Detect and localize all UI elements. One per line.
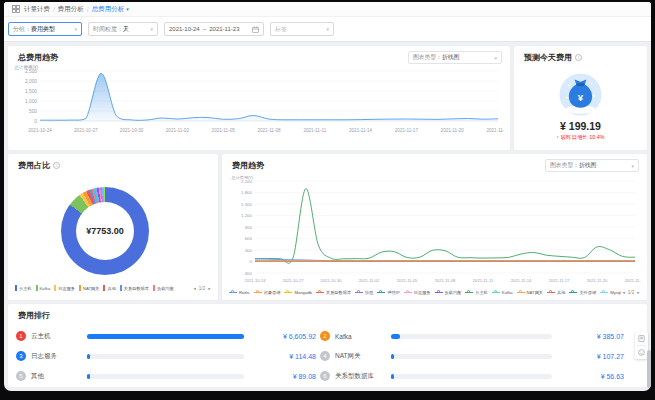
prev-page-icon[interactable]: ◂: [622, 290, 624, 295]
svg-text:1,800: 1,800: [241, 190, 253, 195]
tag-filter-placeholder: 标签: [275, 25, 287, 34]
page-indicator: 1/2: [628, 290, 634, 295]
rank-badge: 2: [320, 331, 330, 341]
ranking-item-NAT网关: 4NAT网关¥ 107.27: [320, 346, 624, 366]
svg-text:2021-10-27: 2021-10-27: [74, 128, 98, 133]
survey-icon[interactable]: [637, 334, 646, 343]
next-page-icon[interactable]: ▸: [637, 290, 639, 295]
money-bag-icon: ¥: [558, 72, 603, 117]
rank-bar: [87, 374, 244, 379]
svg-text:2021-11-11: 2021-11-11: [303, 128, 326, 133]
legend-item-云主机[interactable]: 云主机: [465, 290, 488, 295]
svg-text:900: 900: [245, 225, 253, 230]
rank-value: ¥ 107.27: [562, 353, 624, 360]
ranking-column-right: 2Kafka¥ 385.074NAT网关¥ 107.276关系型数据库¥ 56.…: [320, 326, 624, 386]
total-cost-trend-card: 总费用趋势 图表类型： 折线图 ▾ 05001,0001,5002,0002,5…: [8, 46, 510, 150]
rank-value: ¥ 89.08: [254, 373, 316, 380]
legend-pager: ◂ 1/2 ▸: [192, 286, 212, 291]
breadcrumb-item-cost-analysis[interactable]: 费用分析: [58, 5, 84, 14]
legend-line-marker: [404, 292, 412, 293]
granularity-label: 时间粒度：: [93, 25, 123, 34]
chevron-down-icon[interactable]: ▾: [126, 6, 129, 12]
legend-swatch: [120, 285, 122, 291]
card-title-forecast: 预测今天费用 i: [524, 52, 582, 63]
svg-text:2021-11-17: 2021-11-17: [395, 128, 419, 133]
cost-trend-card: 费用趋势 图表类型： 折线图 ▾ -30003006009001,2001,50…: [222, 154, 647, 300]
rank-label: Kafka: [335, 333, 391, 340]
rank-label: 日志服务: [31, 352, 87, 361]
up-arrow-icon: ↑: [557, 134, 560, 140]
svg-text:2021-11-14: 2021-11-14: [511, 278, 532, 283]
legend-item-Redis[interactable]: Redis: [229, 290, 250, 295]
legend-line-marker: [284, 292, 292, 293]
info-icon[interactable]: i: [575, 54, 582, 61]
console-menu-icon[interactable]: [12, 5, 20, 13]
info-icon[interactable]: i: [53, 162, 60, 169]
prev-page-icon[interactable]: ◂: [193, 286, 195, 291]
legend-item-Mongodb[interactable]: Mongodb: [284, 290, 311, 295]
tag-filter-select[interactable]: 标签 ▾: [270, 22, 334, 36]
svg-text:2021-11-14: 2021-11-14: [349, 128, 373, 133]
legend-line-marker: [547, 292, 555, 293]
legend-item-负载均衡[interactable]: 负载均衡: [435, 290, 462, 295]
cost-analysis-page: 计量计费 / 费用分析 / 总费用分析 ▾ 分组： 费用类型 ▾ 时间粒度： 天…: [4, 2, 651, 391]
legend-swatch: [103, 285, 105, 291]
breadcrumb-item-billing[interactable]: 计量计费: [24, 5, 50, 14]
rank-value: ¥ 385.07: [562, 333, 624, 340]
legend-item-Kafka[interactable]: Kafka: [36, 285, 51, 291]
rank-value: ¥ 56.63: [562, 373, 624, 380]
rank-bar: [391, 374, 552, 379]
rank-value: ¥ 114.48: [254, 353, 316, 360]
filter-bar: 分组： 费用类型 ▾ 时间粒度： 天 ▾ 2021-10-24 ~ 2021-1…: [4, 17, 651, 42]
svg-text:0: 0: [250, 259, 253, 264]
cost-proportion-donut-chart[interactable]: ¥7753.00: [61, 187, 149, 275]
chevron-down-icon: ▾: [323, 26, 329, 32]
legend-item-其他[interactable]: 其他: [547, 290, 565, 295]
legend-line-marker: [435, 292, 443, 293]
legend-item-日志服务[interactable]: 日志服务: [404, 290, 431, 295]
legend-item-关系型数据库[interactable]: 关系型数据库: [316, 290, 351, 295]
forecast-card: 预测今天费用 i ¥ ¥ 199.19 ↑ 较昨日增长 10.4%: [514, 46, 647, 150]
svg-text:总计费用(¥): 总计费用(¥): [231, 175, 254, 180]
legend-item-关系型数据库[interactable]: 关系型数据库: [120, 285, 149, 291]
rank-badge: 5: [16, 371, 26, 381]
date-end: 2021-11-23: [209, 26, 239, 32]
rank-label: 其他: [31, 372, 87, 381]
legend-item-Kafka[interactable]: Kafka: [492, 290, 513, 295]
breadcrumb-item-total-cost-analysis[interactable]: 总费用分析: [92, 5, 125, 14]
legend-item-NAT网关[interactable]: NAT网关: [79, 285, 99, 291]
svg-text:600: 600: [245, 236, 253, 241]
group-by-select[interactable]: 分组： 费用类型 ▾: [8, 22, 82, 36]
legend-swatch: [36, 285, 38, 291]
legend-item-弹性IP[interactable]: 弹性IP: [377, 290, 399, 295]
svg-text:2021-11-17: 2021-11-17: [549, 278, 570, 283]
cost-trend-chart[interactable]: -30003006009001,2001,5001,8002,100总计费用(¥…: [228, 174, 641, 284]
donut-total-amount: ¥7753.00: [61, 187, 149, 275]
legend-item-云主机[interactable]: 云主机: [15, 285, 32, 291]
svg-text:2021-11-05: 2021-11-05: [212, 128, 236, 133]
total-cost-trend-chart[interactable]: 05001,0001,5002,0002,500总计费用(¥)2021-10-2…: [14, 62, 504, 146]
support-icon[interactable]: [637, 348, 646, 357]
svg-text:¥: ¥: [578, 92, 584, 103]
legend-line-marker: [254, 292, 262, 293]
rank-bar: [391, 334, 552, 339]
legend-item-对象存储[interactable]: 对象存储: [254, 290, 281, 295]
legend-item-Mysql[interactable]: Mysql: [600, 290, 621, 295]
next-page-icon[interactable]: ▸: [208, 286, 210, 291]
date-range-picker[interactable]: 2021-10-24 ~ 2021-11-23: [164, 22, 264, 36]
rank-bar-fill: [87, 354, 90, 359]
cost-proportion-card: 费用占比 i ¥7753.00 云主机Kafka日志服务NAT网关其他关系型数据…: [8, 154, 218, 300]
legend-item-文件存储[interactable]: 文件存储: [569, 290, 596, 295]
chevron-down-icon: ▾: [147, 26, 153, 32]
legend-item-日志服务[interactable]: 日志服务: [54, 285, 75, 291]
card-title-trend: 费用趋势: [232, 160, 264, 171]
legend-item-负载均衡[interactable]: 负载均衡: [153, 285, 174, 291]
scrollbar-thumb[interactable]: [647, 350, 651, 388]
legend-line-marker: [600, 292, 608, 293]
chart-type-select[interactable]: 图表类型： 折线图 ▾: [545, 159, 639, 172]
legend-line-marker: [465, 292, 473, 293]
legend-item-快照[interactable]: 快照: [355, 290, 373, 295]
granularity-select[interactable]: 时间粒度： 天 ▾: [88, 22, 158, 36]
legend-item-NAT网关[interactable]: NAT网关: [517, 290, 543, 295]
legend-item-其他[interactable]: 其他: [103, 285, 115, 291]
